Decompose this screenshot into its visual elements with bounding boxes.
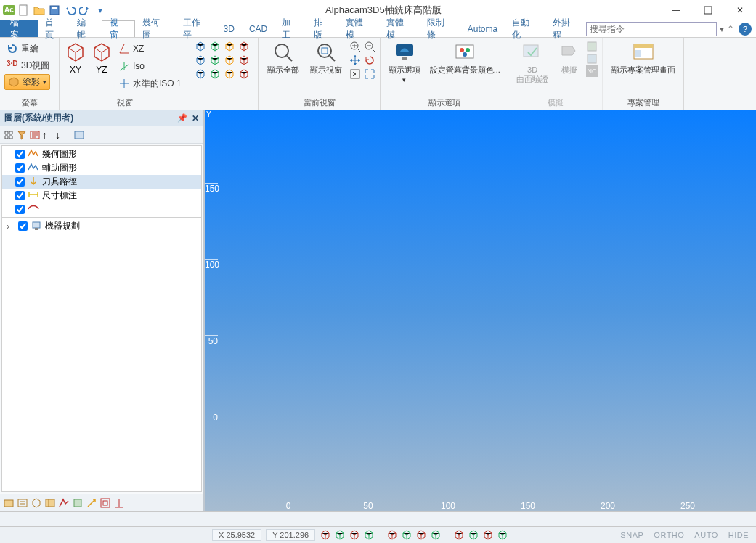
sb-cube-5[interactable]: [386, 529, 398, 541]
project-manager-button[interactable]: 顯示專案管理畫面: [607, 41, 679, 75]
rotate-icon[interactable]: [364, 54, 375, 66]
save-icon[interactable]: [48, 4, 61, 17]
status-snap[interactable]: SNAP: [617, 531, 646, 539]
sim-opt3-icon[interactable]: NC: [586, 65, 598, 77]
sb-cube-12[interactable]: [497, 529, 508, 541]
maximize-button[interactable]: [692, 0, 724, 20]
layer-checkbox[interactable]: [15, 150, 25, 159]
qat-customize-icon[interactable]: ▾: [94, 4, 107, 17]
3d-view-button[interactable]: 3·D 3D視圖: [4, 57, 52, 73]
display-options-button[interactable]: 顯示選項 ▾: [385, 41, 424, 83]
tab-solid2[interactable]: 實體模: [379, 20, 420, 37]
cube-icon-1[interactable]: [195, 41, 206, 52]
sb-cube-2[interactable]: [334, 529, 346, 541]
status-hide[interactable]: HIDE: [725, 531, 752, 539]
layer-tree[interactable]: 幾何圖形 輔助圖形 刀具路徑 尺寸標注: [1, 145, 202, 492]
search-dropdown-icon[interactable]: ▾: [720, 24, 724, 34]
pb-icon-2[interactable]: [17, 497, 28, 509]
drawing-viewport[interactable]: Y 150 100 50 0 0 50 100 150 200 250: [205, 110, 756, 511]
tab-cad[interactable]: CAD: [242, 20, 275, 37]
cube-icon-9[interactable]: [195, 68, 206, 80]
show-window-button[interactable]: 顯示視窗: [306, 41, 347, 75]
tab-home[interactable]: 首頁: [38, 20, 70, 37]
tree-item-more[interactable]: [2, 203, 201, 216]
open-folder-icon[interactable]: [33, 4, 46, 17]
tb-icon-2[interactable]: [16, 129, 28, 141]
pb-icon-7[interactable]: [86, 497, 97, 509]
layer-checkbox[interactable]: [18, 221, 28, 231]
iso-button[interactable]: Iso: [116, 58, 184, 74]
tb-icon-4[interactable]: [73, 129, 85, 141]
sb-cube-4[interactable]: [363, 529, 375, 541]
xz-button[interactable]: XZ: [116, 41, 184, 57]
pb-icon-6[interactable]: [72, 497, 84, 509]
pb-icon-8[interactable]: [99, 497, 111, 509]
sb-cube-8[interactable]: [430, 529, 442, 541]
arrow-up-icon[interactable]: ↑: [42, 129, 54, 141]
sb-cube-9[interactable]: [453, 529, 465, 541]
tree-item-construction[interactable]: 輔助圖形: [2, 161, 201, 175]
simulate-button[interactable]: 模擬: [555, 41, 583, 75]
sb-cube-10[interactable]: [468, 529, 479, 541]
fit-icon[interactable]: [349, 68, 361, 80]
surface-verify-button[interactable]: 3D 曲面驗證: [513, 41, 552, 84]
pb-icon-1[interactable]: [3, 497, 15, 509]
layer-checkbox[interactable]: [15, 191, 25, 200]
layer-checkbox[interactable]: [15, 177, 25, 187]
cube-icon-12[interactable]: [238, 68, 250, 80]
sb-cube-1[interactable]: [320, 529, 331, 541]
sim-opt2-icon[interactable]: [586, 53, 598, 65]
tree-item-machine[interactable]: › 機器規劃: [2, 219, 201, 233]
cube-icon-3[interactable]: [224, 41, 235, 52]
level-iso-button[interactable]: 水準的ISO 1: [116, 75, 184, 91]
tree-item-geometry[interactable]: 幾何圖形: [2, 147, 201, 161]
tab-addins[interactable]: 外掛程: [545, 20, 586, 37]
tab-constraint[interactable]: 限制條: [420, 20, 460, 37]
expand-icon[interactable]: ⌃: [727, 24, 734, 34]
pb-icon-4[interactable]: [44, 497, 56, 509]
pan-icon[interactable]: [349, 54, 361, 66]
sim-opt1-icon[interactable]: [586, 41, 598, 52]
status-auto[interactable]: AUTO: [691, 531, 720, 539]
help-icon[interactable]: ?: [739, 23, 752, 36]
zoom-out-icon[interactable]: [364, 41, 375, 52]
new-doc-icon[interactable]: [17, 4, 31, 17]
pin-icon[interactable]: 📌: [177, 113, 187, 123]
tb-icon-1[interactable]: [3, 129, 15, 141]
cube-icon-2[interactable]: [209, 41, 221, 52]
cube-yz-icon[interactable]: [90, 41, 113, 64]
tab-automation[interactable]: Automa: [460, 20, 505, 37]
redo-icon[interactable]: [78, 4, 92, 17]
sb-cube-7[interactable]: [415, 529, 427, 541]
extent-icon[interactable]: [364, 68, 375, 80]
tab-auto2[interactable]: 自動化: [505, 20, 545, 37]
status-ortho[interactable]: ORTHO: [651, 531, 687, 539]
panel-close-icon[interactable]: ✕: [192, 113, 199, 123]
redraw-button[interactable]: 重繪: [4, 41, 41, 57]
tab-edit[interactable]: 編輯: [70, 20, 102, 37]
arrow-down-icon[interactable]: ↓: [55, 129, 67, 141]
layer-checkbox[interactable]: [15, 205, 25, 214]
tab-file[interactable]: 檔案: [0, 20, 38, 37]
tab-nesting[interactable]: 排版: [306, 20, 338, 37]
tb-icon-3[interactable]: [29, 129, 41, 141]
zoom-in-icon[interactable]: [349, 41, 361, 52]
tree-item-dimension[interactable]: 尺寸標注: [2, 189, 201, 203]
expand-icon[interactable]: ›: [7, 221, 15, 232]
render-button[interactable]: 塗彩 ▾: [4, 74, 50, 90]
tab-3d[interactable]: 3D: [216, 20, 242, 37]
cube-icon-7[interactable]: [224, 54, 235, 66]
tree-item-toolpath[interactable]: 刀具路徑: [2, 175, 201, 189]
cube-icon-4[interactable]: [238, 41, 250, 52]
bg-color-button[interactable]: 設定螢幕背景顏色...: [427, 41, 503, 75]
tab-solid1[interactable]: 實體模: [338, 20, 379, 37]
cube-icon-6[interactable]: [209, 54, 221, 66]
cube-xy-icon[interactable]: [64, 41, 87, 64]
pb-icon-3[interactable]: [31, 497, 42, 509]
minimize-button[interactable]: —: [660, 0, 692, 20]
pb-icon-9[interactable]: [113, 497, 125, 509]
search-input[interactable]: [586, 22, 717, 36]
tab-workplane[interactable]: 工作平: [176, 20, 216, 37]
cube-icon-8[interactable]: [238, 54, 250, 66]
sb-cube-3[interactable]: [349, 529, 360, 541]
